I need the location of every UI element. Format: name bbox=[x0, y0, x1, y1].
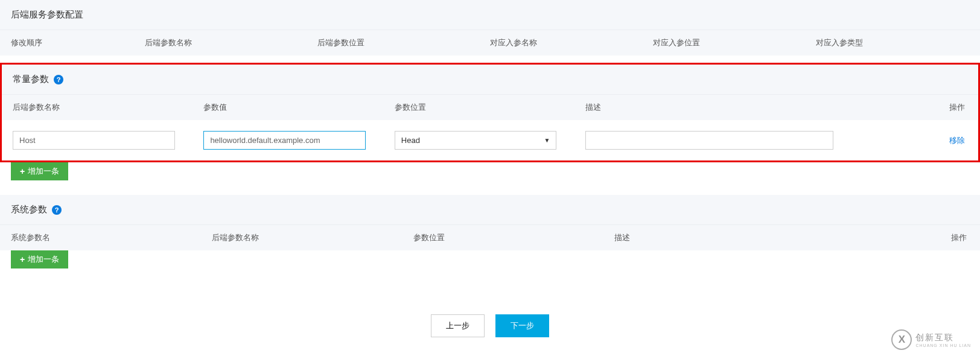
const-table-header: 后端参数名称 参数值 参数位置 描述 操作 bbox=[2, 94, 978, 120]
plus-icon: + bbox=[20, 167, 25, 176]
col-const-value: 参数值 bbox=[203, 102, 394, 113]
col-const-desc: 描述 bbox=[585, 102, 872, 113]
col-sys-param-pos: 参数位置 bbox=[413, 232, 614, 243]
col-in-name: 对应入参名称 bbox=[490, 37, 653, 48]
sys-add-button[interactable]: + 增加一条 bbox=[11, 250, 68, 268]
spacer bbox=[0, 283, 980, 301]
help-icon[interactable]: ? bbox=[54, 75, 63, 84]
const-add-label: 增加一条 bbox=[28, 166, 59, 177]
col-sys-param-name: 后端参数名称 bbox=[212, 232, 413, 243]
col-sys-action: 操作 bbox=[883, 232, 969, 243]
const-desc-input[interactable] bbox=[585, 131, 833, 150]
sys-panel-header: 系统参数 ? bbox=[0, 195, 980, 224]
const-table-row: Head ▼ 移除 bbox=[2, 120, 978, 160]
const-params-panel: 常量参数 ? 后端参数名称 参数值 参数位置 描述 操作 Head ▼ bbox=[0, 63, 980, 188]
col-sys-name: 系统参数名 bbox=[11, 232, 212, 243]
col-const-action: 操作 bbox=[872, 102, 967, 113]
backend-params-panel: 后端服务参数配置 修改顺序 后端参数名称 后端参数位置 对应入参名称 对应入参位… bbox=[0, 0, 980, 56]
col-param-pos: 后端参数位置 bbox=[317, 37, 490, 48]
col-in-pos: 对应入参位置 bbox=[653, 37, 816, 48]
col-in-type: 对应入参类型 bbox=[816, 37, 969, 48]
backend-panel-header: 后端服务参数配置 bbox=[0, 0, 980, 30]
col-param-name: 后端参数名称 bbox=[145, 37, 317, 48]
col-sys-desc: 描述 bbox=[614, 232, 883, 243]
watermark-sub: CHUANG XIN HU LIAN bbox=[915, 343, 971, 348]
backend-panel-title: 后端服务参数配置 bbox=[11, 9, 83, 21]
col-const-name: 后端参数名称 bbox=[13, 102, 203, 113]
sys-params-panel: 系统参数 ? 系统参数名 后端参数名称 参数位置 描述 操作 + 增加一条 bbox=[0, 195, 980, 276]
watermark-text: 创新互联 bbox=[915, 332, 971, 343]
sys-add-label: 增加一条 bbox=[28, 254, 59, 265]
col-const-pos: 参数位置 bbox=[395, 102, 585, 113]
const-panel-header: 常量参数 ? bbox=[2, 65, 978, 94]
const-add-button[interactable]: + 增加一条 bbox=[11, 162, 68, 180]
const-pos-select[interactable]: Head ▼ bbox=[395, 131, 557, 150]
prev-button[interactable]: 上一步 bbox=[431, 314, 485, 337]
sys-panel-title: 系统参数 bbox=[11, 204, 47, 215]
const-name-input[interactable] bbox=[13, 131, 175, 150]
const-pos-select-value: Head bbox=[401, 136, 420, 145]
const-highlighted-box: 常量参数 ? 后端参数名称 参数值 参数位置 描述 操作 Head ▼ bbox=[0, 63, 980, 162]
const-value-input[interactable] bbox=[203, 131, 366, 150]
const-panel-title: 常量参数 bbox=[13, 74, 49, 85]
footer: 上一步 下一步 bbox=[0, 301, 980, 351]
sys-table-header: 系统参数名 后端参数名称 参数位置 描述 操作 bbox=[0, 224, 980, 250]
col-order: 修改顺序 bbox=[11, 37, 145, 48]
remove-link[interactable]: 移除 bbox=[949, 136, 965, 145]
watermark-icon: X bbox=[891, 329, 912, 350]
next-button[interactable]: 下一步 bbox=[495, 314, 549, 337]
chevron-down-icon: ▼ bbox=[544, 137, 550, 144]
plus-icon: + bbox=[20, 255, 25, 264]
help-icon[interactable]: ? bbox=[52, 205, 62, 215]
watermark: X 创新互联 CHUANG XIN HU LIAN bbox=[891, 329, 971, 350]
backend-table-header: 修改顺序 后端参数名称 后端参数位置 对应入参名称 对应入参位置 对应入参类型 bbox=[0, 30, 980, 56]
